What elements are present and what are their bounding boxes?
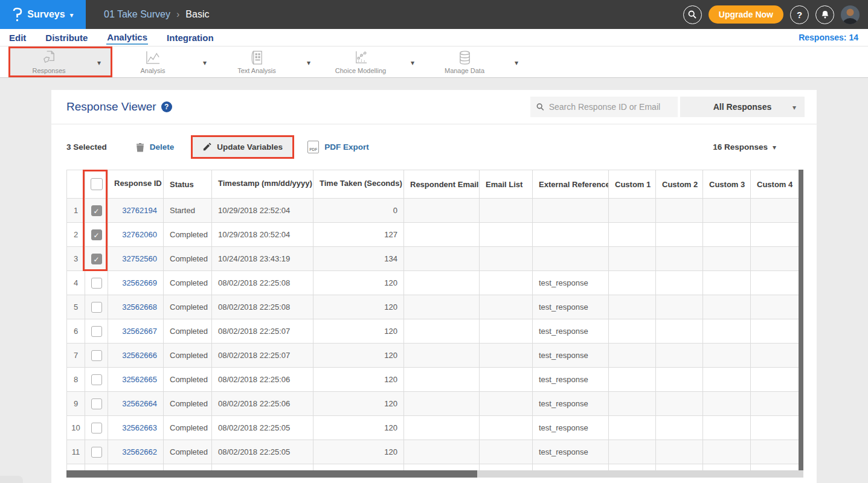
column-label: External Reference: [539, 180, 609, 189]
row-checkbox[interactable]: [91, 254, 102, 264]
row-number-cell: 7: [67, 344, 85, 368]
custom3-cell: [703, 392, 751, 416]
custom4-cell: [751, 440, 799, 464]
tab-integration[interactable]: Integration: [166, 31, 214, 44]
timestamp-cell: 08/02/2018 22:25:06: [212, 392, 313, 416]
response-id-link[interactable]: 32562669: [108, 271, 164, 295]
update-variables-button[interactable]: Update Variables: [191, 135, 294, 159]
time-taken-cell: 134: [313, 247, 404, 271]
choice-modelling-toolbar-button[interactable]: Choice Modelling: [320, 46, 401, 77]
custom3-cell: [703, 319, 751, 344]
time-taken-cell: 120: [313, 319, 404, 344]
tab-distribute[interactable]: Distribute: [45, 31, 88, 44]
product-menu[interactable]: Surveys: [0, 0, 86, 29]
row-checkbox[interactable]: [91, 398, 102, 409]
custom1-cell: [609, 295, 656, 319]
respondent-email-cell: [404, 271, 480, 295]
tab-edit[interactable]: Edit: [8, 31, 27, 44]
responses-toolbar-button[interactable]: Responses: [10, 48, 88, 75]
custom2-cell: [656, 368, 703, 392]
row-checkbox[interactable]: [91, 447, 102, 458]
status-col: Status: [164, 170, 212, 199]
time-taken-col[interactable]: Time Taken (Seconds): [313, 170, 404, 199]
response-filter-dropdown[interactable]: All Responses: [680, 97, 805, 117]
row-checkbox[interactable]: [91, 205, 102, 216]
upgrade-now-button[interactable]: Upgrade Now: [709, 5, 783, 24]
select-all-checkbox[interactable]: [91, 178, 103, 190]
response-id-link[interactable]: 32562662: [108, 440, 164, 464]
response-id-link[interactable]: 32562665: [108, 368, 164, 392]
text-analysis-icon: [249, 50, 265, 65]
chevron-down-icon: [773, 142, 776, 152]
status-cell: Completed: [164, 223, 212, 247]
title-help-icon[interactable]: [161, 101, 172, 112]
row-checkbox[interactable]: [91, 374, 102, 385]
custom4-cell: [751, 319, 799, 344]
external-reference-cell: [533, 223, 609, 247]
custom4-cell: [751, 271, 799, 295]
chevron-down-icon[interactable]: [297, 57, 320, 68]
help-button[interactable]: ?: [790, 5, 809, 24]
search-input[interactable]: [549, 102, 672, 112]
user-avatar[interactable]: [841, 5, 860, 24]
delete-button[interactable]: Delete: [136, 142, 175, 152]
timestamp-cell: 10/29/2018 22:52:04: [212, 199, 313, 223]
custom1-cell: [609, 247, 656, 271]
manage-data-icon: [457, 50, 473, 65]
column-label: Email List: [486, 180, 522, 189]
chevron-down-icon[interactable]: [505, 57, 528, 68]
table-row: 132762194Started10/29/2018 22:52:040: [67, 199, 799, 223]
responses-count-dropdown[interactable]: 16 Responses: [713, 142, 802, 152]
horizontal-scrollbar-thumb[interactable]: [66, 470, 477, 478]
chevron-down-icon[interactable]: [88, 57, 111, 68]
chevron-down-icon[interactable]: [401, 57, 424, 68]
row-checkbox[interactable]: [91, 278, 102, 289]
time-taken-cell: 120: [313, 295, 404, 319]
status-cell: Completed: [164, 392, 212, 416]
response-id-link[interactable]: 32762194: [108, 199, 164, 223]
manage-data-toolbar-button[interactable]: Manage Data: [424, 46, 505, 77]
text-analysis-toolbar-button[interactable]: Text Analysis: [216, 46, 297, 77]
row-checkbox[interactable]: [91, 302, 102, 313]
horizontal-scrollbar-track[interactable]: [66, 470, 803, 478]
respondent-email-cell: [404, 199, 480, 223]
time-taken-cell: 0: [313, 199, 404, 223]
custom4-cell: [751, 295, 799, 319]
custom4-cell: [751, 416, 799, 440]
response-id-link[interactable]: 32562668: [108, 295, 164, 319]
custom3-cell: [703, 271, 751, 295]
response-id-link[interactable]: 32752560: [108, 247, 164, 271]
vertical-scrollbar[interactable]: [799, 170, 803, 478]
row-checkbox[interactable]: [91, 229, 102, 240]
update-variables-label: Update Variables: [217, 142, 283, 152]
row-checkbox[interactable]: [91, 423, 102, 433]
email-list-cell: [480, 295, 533, 319]
notifications-button[interactable]: [815, 5, 834, 24]
custom4-cell: [751, 223, 799, 247]
action-bar: 3 Selected Delete Update Variables PDF P…: [51, 124, 817, 170]
analysis-toolbar-button[interactable]: Analysis: [112, 46, 193, 77]
pdf-export-button[interactable]: PDF PDF Export: [307, 141, 369, 153]
response-id-link[interactable]: 32562666: [108, 344, 164, 368]
row-checkbox[interactable]: [91, 350, 102, 361]
timestamp-col[interactable]: Timestamp (mm/dd/yyyy): [212, 170, 313, 199]
tab-analytics[interactable]: Analytics: [106, 31, 148, 45]
row-checkbox-cell: [85, 295, 108, 319]
chevron-down-icon: [792, 101, 796, 112]
response-id-link[interactable]: 32562663: [108, 416, 164, 440]
response-id-col[interactable]: Response ID: [108, 170, 164, 199]
breadcrumb-folder[interactable]: 01 Take Survey: [104, 9, 170, 20]
email-list-cell: [480, 368, 533, 392]
time-taken-cell: 120: [313, 440, 404, 464]
response-id-link[interactable]: 32562664: [108, 392, 164, 416]
timestamp-cell: 08/02/2018 22:25:06: [212, 368, 313, 392]
row-checkbox[interactable]: [91, 326, 102, 337]
chevron-down-icon[interactable]: [193, 57, 216, 68]
search-button[interactable]: [683, 5, 702, 24]
external-reference-cell: test_response: [533, 440, 609, 464]
toolbar-label: Text Analysis: [237, 67, 276, 74]
response-id-link[interactable]: 32562667: [108, 319, 164, 344]
timestamp-cell: 08/02/2018 22:25:07: [212, 319, 313, 344]
response-id-link[interactable]: 32762060: [108, 223, 164, 247]
table-row: 832562665Completed08/02/2018 22:25:06120…: [67, 368, 799, 392]
